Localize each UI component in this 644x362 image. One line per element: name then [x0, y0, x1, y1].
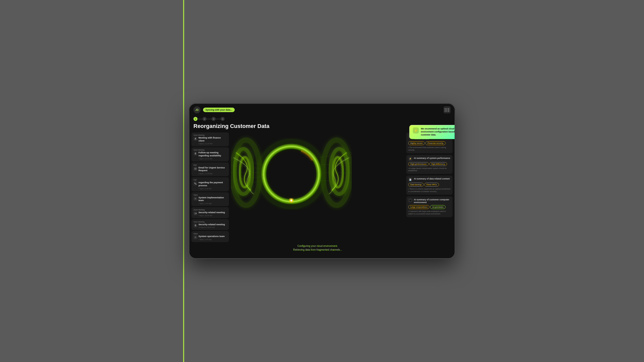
mic-icon — [193, 223, 197, 228]
message-title: System operations team — [198, 235, 225, 238]
ai-card-header: ☁ AI summary of customer computer enviro… — [408, 198, 451, 204]
step-circle-1: 1 — [193, 117, 197, 121]
left-panel: Voice Meeting Meeting with finance clien… — [189, 132, 231, 258]
logo: JD — [193, 106, 200, 113]
message-date: 6 April | 12:24 PM — [198, 143, 227, 145]
ai-card-desc: A usage-based compensation system should… — [408, 167, 451, 172]
message-date: 7 April | 1:44 day — [198, 203, 227, 204]
mail-icon — [193, 167, 197, 171]
header-bar: JD Syncing with your data... — [189, 104, 455, 116]
slack-icon — [193, 235, 197, 239]
message-title: Security-related meeting — [198, 223, 225, 226]
center-text-line1: Configuring your cloud environment. — [293, 244, 342, 248]
tag-on-premises: on-premises — [430, 205, 446, 209]
list-item[interactable]: Voice Meeting Meeting with finance clien… — [191, 132, 229, 146]
bolt-icon: ⚡ — [408, 157, 412, 161]
video-icon — [193, 211, 197, 215]
message-date: 5 April | 10:00 AM — [198, 215, 225, 216]
device-inner: JD Syncing with your data... 1 2 — [189, 104, 455, 258]
ai-tags: Large corporations on-premises — [408, 205, 451, 209]
message-title: Security-related meeting — [198, 211, 225, 214]
step-circle-2: 2 — [203, 117, 207, 121]
tag-highly-secure: Highly secure — [408, 141, 425, 145]
ai-card-desc: The environment that customers want is s… — [408, 146, 451, 151]
ai-card-desc: Customers with large-scale employees wan… — [408, 210, 451, 215]
message-type: Slack — [193, 194, 227, 196]
svg-point-13 — [195, 238, 195, 238]
device-frame: JD Syncing with your data... 1 2 — [189, 103, 455, 259]
notification-popup: ⚡ We recommend an optimal cloud environm… — [409, 132, 455, 139]
ai-tags: Highly secure Financial security — [408, 141, 451, 145]
svg-point-12 — [196, 237, 196, 237]
list-item[interactable]: Mail Email for Urgent Service Request 3 … — [191, 162, 229, 176]
message-type: Call — [193, 179, 227, 181]
notification-icon: ⚡ — [413, 132, 419, 133]
ai-card-title: AI summary of data-related content — [414, 177, 450, 180]
right-panel: ⚡ We recommend an optimal cloud environm… — [404, 132, 455, 258]
message-title: Follow-up meeting regarding availability — [198, 151, 227, 157]
svg-rect-2 — [195, 153, 196, 154]
ai-card-performance: ⚡ AI summary of system performance High-… — [406, 155, 453, 174]
message-type: Voice Meeting — [193, 221, 227, 223]
step-1[interactable]: 1 — [193, 117, 197, 121]
svg-rect-0 — [195, 138, 196, 139]
ai-card-desc: There is a need to implement an optimal … — [408, 188, 451, 193]
list-item[interactable]: Slack System operations team — [191, 231, 229, 242]
mic-icon — [193, 137, 197, 141]
message-date: 7 April | 2:30 PM — [198, 188, 227, 190]
message-type: Slack — [193, 233, 227, 235]
svg-point-25 — [264, 146, 319, 202]
slack-icon — [193, 197, 197, 201]
step-4[interactable]: 4 — [221, 117, 225, 121]
message-date: 7 April | 1:44 day — [198, 239, 225, 240]
header-left: JD Syncing with your data... — [193, 106, 235, 113]
center-text-line2: Retrieving data from fragmented channels… — [293, 248, 342, 252]
svg-point-7 — [195, 199, 195, 199]
list-item[interactable]: Slack System implementation team — [191, 192, 229, 206]
mic-icon — [193, 152, 197, 156]
list-item[interactable]: Voice Meeting Security-related meeting 2… — [191, 219, 229, 230]
ai-card-header: 💾 AI summary of data-related content — [408, 177, 451, 182]
svg-point-11 — [195, 237, 195, 237]
tag-high-performance: High-performance — [408, 162, 429, 166]
message-type: Voice Meeting — [193, 134, 227, 136]
ai-card-header: ⚡ AI summary of system performance — [408, 157, 451, 161]
svg-rect-9 — [194, 213, 196, 214]
grid-icon-button[interactable] — [444, 106, 451, 113]
ai-card-data: 💾 AI summary of data-related content Dat… — [406, 175, 453, 195]
message-type: Zoom Meeting — [193, 209, 227, 211]
step-circle-4: 4 — [221, 117, 225, 121]
list-item[interactable]: Voice Meeting Follow-up meeting regardin… — [191, 147, 229, 161]
data-icon: 💾 — [408, 177, 412, 182]
cloud-icon: ☁ — [408, 198, 412, 202]
list-item[interactable]: Call regarding the payment process 7 Apr… — [191, 177, 229, 191]
ai-card-title: AI summary of customer computer environm… — [414, 198, 451, 204]
message-type: Mail — [193, 164, 227, 166]
message-title: System implementation team — [198, 196, 227, 202]
svg-point-8 — [196, 199, 196, 199]
tag-high-efficiency: High-Efficiency — [429, 162, 447, 166]
tag-large-corporations: Large corporations — [408, 205, 429, 209]
message-type: Voice Meeting — [193, 149, 227, 151]
tag-three-vpcs: Three VPCs — [424, 183, 439, 187]
ai-card-title: AI summary of system performance — [414, 157, 450, 160]
step-3[interactable]: 3 — [212, 117, 216, 121]
list-item[interactable]: Zoom Meeting Security-related meeting 5 … — [191, 207, 229, 218]
notification-text: We recommend an optimal cloud environmen… — [421, 132, 455, 137]
step-2[interactable]: 2 — [203, 117, 207, 121]
message-date: 3 April | 11:35 AM — [198, 173, 227, 174]
tag-data-backup: Data backup — [408, 183, 424, 187]
svg-point-28 — [290, 199, 292, 201]
svg-point-5 — [195, 198, 195, 198]
svg-point-14 — [196, 238, 196, 238]
ai-tags: Data backup Three VPCs — [408, 183, 451, 187]
message-date: 7 April | 10:11 AM — [198, 158, 227, 160]
tag-financial-security: Financial security — [425, 141, 445, 145]
ai-tags: High-performance High-Efficiency — [408, 162, 451, 166]
step-circle-3: 3 — [212, 117, 216, 121]
phone-icon — [193, 182, 197, 186]
svg-point-6 — [196, 198, 196, 198]
center-visualization: Configuring your cloud environment. Retr… — [231, 132, 404, 258]
message-title: regarding the payment process — [198, 181, 227, 187]
sync-badge: Syncing with your data... — [203, 108, 235, 112]
